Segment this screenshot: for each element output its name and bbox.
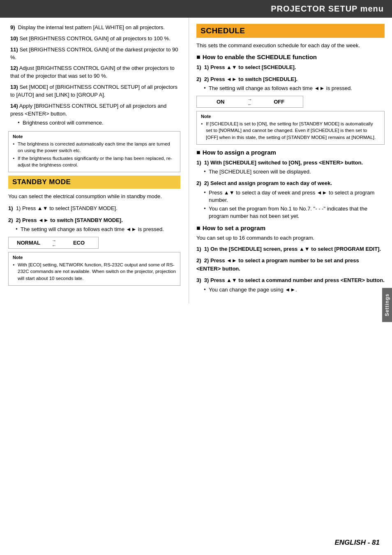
page-footer: ENGLISH - 81 — [334, 539, 380, 547]
toggle-arrows: → ← — [48, 238, 60, 248]
standby-toggle: NORMAL → ← ECO — [8, 237, 99, 249]
standby-step2-bullet: The setting will change as follows each … — [16, 226, 180, 233]
note-item-2: If the brightness fluctuates significant… — [13, 155, 176, 168]
note-item-1: The brightness is corrected automaticall… — [13, 141, 176, 154]
schedule-step2-bullet: The setting will change as follows each … — [204, 85, 385, 92]
sub-heading-enable: How to enable the SCHEDULE function — [196, 53, 385, 61]
standby-step1: 1) 1) Press ▲▼ to select [STANDBY MODE]. — [8, 204, 180, 213]
assign-step2: 2) 2) Select and assign program to each … — [196, 179, 385, 220]
program-step3: 3) 3) Press ▲▼ to select a command numbe… — [196, 276, 385, 294]
page-header: PROJECTOR SETUP menu — [0, 0, 392, 18]
toggle-eco: ECO — [60, 237, 98, 248]
sub-heading-assign: How to assign a program — [196, 149, 385, 156]
assign-step1-bullet: The [SCHEDULE] screen will be displayed. — [204, 168, 385, 176]
right-column: SCHEDULE This sets the command execution… — [189, 18, 392, 303]
main-content: 9) Display the internal test pattern [AL… — [0, 18, 392, 303]
schedule-toggle: ON → ← OFF — [196, 96, 303, 108]
program-desc: You can set up to 16 commands to each pr… — [196, 234, 385, 242]
step-11: 11) Set [BRIGHTNESS CONTROL GAIN] of the… — [8, 46, 180, 62]
brightness-note: Note The brightness is corrected automat… — [8, 131, 180, 172]
toggle-on: ON — [197, 96, 244, 107]
assign-step1: 1) 1) With [SCHEDULE] switched to [ON], … — [196, 159, 385, 176]
standby-note-item: With [ECO] setting, NETWORK function, RS… — [13, 261, 176, 281]
schedule-step1: 1) 1) Press ▲▼ to select [SCHEDULE]. — [196, 63, 385, 72]
standby-section-title: STANDBY MODE — [8, 176, 180, 189]
standby-step2: 2) 2) Press ◄► to switch [STANDBY MODE].… — [8, 216, 180, 234]
program-step3-bullet: You can change the page using ◄►. — [204, 286, 385, 294]
step-14: 14) Apply [BRIGHTNESS CONTROL SETUP] of … — [8, 102, 180, 127]
program-step1: 1) 1) On the [SCHEDULE] screen, press ▲▼… — [196, 245, 385, 253]
step-13: 13) Set [MODE] of [BRIGHTNESS CONTROL SE… — [8, 83, 180, 99]
schedule-note: Note If [SCHEDULE] is set to [ON], the s… — [196, 111, 385, 144]
left-column: 9) Display the internal test pattern [AL… — [0, 18, 189, 303]
standby-desc: You can select the electrical consumptio… — [8, 193, 180, 200]
schedule-step2: 2) 2) Press ◄► to switch [SCHEDULE]. The… — [196, 75, 385, 92]
toggle-arrows-schedule: → ← — [244, 97, 256, 107]
program-step2: 2) 2) Press ◄► to select a program numbe… — [196, 257, 385, 273]
standby-note: Note With [ECO] setting, NETWORK functio… — [8, 252, 180, 285]
step-12: 12) Adjust [BRIGHTNESS CONTROL GAIN] of … — [8, 65, 180, 80]
page-number: ENGLISH - 81 — [334, 539, 380, 546]
step-10: 10) Set [BRIGHTNESS CONTROL GAIN] of all… — [8, 35, 180, 43]
schedule-note-item: If [SCHEDULE] is set to [ON], the settin… — [201, 120, 380, 140]
brightness-steps: 9) Display the internal test pattern [AL… — [8, 24, 180, 127]
schedule-section-title: SCHEDULE — [196, 24, 385, 38]
settings-tab: Settings — [382, 288, 392, 322]
step-14-bullet: Brightness control will commence. — [18, 119, 180, 127]
assign-step2-bullet-2: You can set the program from No.1 to No.… — [204, 205, 385, 220]
toggle-normal: NORMAL — [9, 237, 48, 248]
assign-step2-bullet-1: Press ▲▼ to select a day of week and pre… — [204, 189, 385, 204]
step-9: 9) Display the internal test pattern [AL… — [8, 24, 180, 32]
header-title: PROJECTOR SETUP menu — [271, 4, 384, 13]
schedule-desc: This sets the command execution schedule… — [196, 42, 385, 49]
sub-heading-set-program: How to set a program — [196, 224, 385, 232]
toggle-off: OFF — [256, 96, 303, 107]
